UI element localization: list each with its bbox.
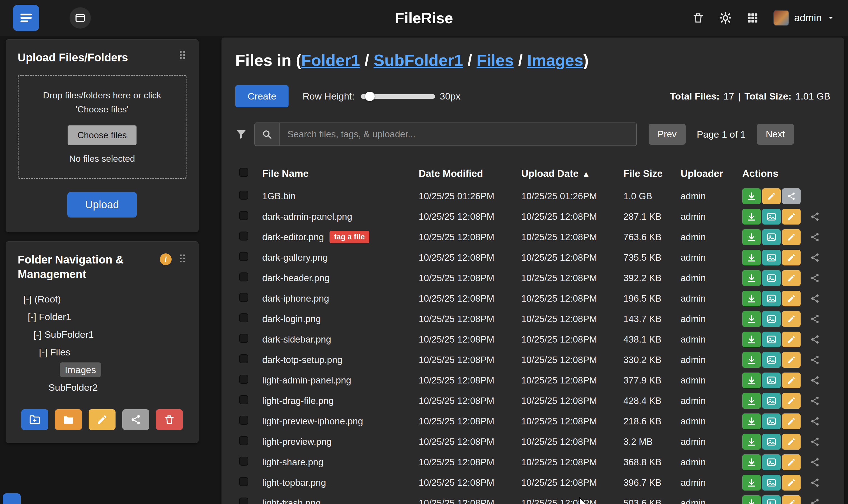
file-name[interactable]: dark-header.png: [262, 273, 330, 283]
row-checkbox[interactable]: [239, 498, 248, 504]
upload-button[interactable]: Upload: [67, 192, 137, 217]
download-button[interactable]: [742, 291, 761, 306]
download-button[interactable]: [742, 229, 761, 245]
preview-button[interactable]: [762, 311, 781, 327]
rename-folder-button[interactable]: [89, 409, 116, 430]
rename-button[interactable]: [782, 373, 801, 388]
row-checkbox[interactable]: [239, 457, 248, 466]
file-name[interactable]: dark-editor.png: [262, 232, 324, 242]
breadcrumb-link[interactable]: SubFolder1: [373, 51, 463, 69]
download-button[interactable]: [742, 331, 761, 347]
column-header-uploader[interactable]: Uploader: [681, 168, 742, 179]
choose-files-button[interactable]: Choose files: [68, 125, 137, 145]
rename-button[interactable]: [782, 454, 801, 470]
download-button[interactable]: [742, 250, 761, 266]
preview-button[interactable]: [762, 373, 781, 388]
row-checkbox[interactable]: [239, 395, 248, 404]
file-name[interactable]: dark-gallery.png: [262, 252, 328, 263]
share-button[interactable]: [807, 352, 823, 368]
tree-item[interactable]: SubFolder2: [18, 379, 187, 396]
row-checkbox[interactable]: [239, 272, 248, 282]
download-button[interactable]: [742, 373, 761, 388]
share-button[interactable]: [807, 454, 823, 470]
preview-button[interactable]: [762, 475, 781, 490]
download-button[interactable]: [742, 495, 761, 504]
row-checkbox[interactable]: [239, 211, 248, 220]
tree-item[interactable]: [-] Folder1: [18, 308, 187, 326]
share-button[interactable]: [807, 495, 823, 504]
download-button[interactable]: [742, 475, 761, 490]
row-height-slider[interactable]: [360, 94, 435, 99]
tree-item[interactable]: [-] SubFolder1: [18, 326, 187, 343]
download-button[interactable]: [742, 393, 761, 409]
preview-button[interactable]: [762, 291, 781, 306]
tree-item[interactable]: Images: [18, 361, 187, 379]
row-checkbox[interactable]: [239, 354, 248, 363]
rename-button[interactable]: [782, 250, 801, 266]
rename-button[interactable]: [782, 434, 801, 450]
rename-button[interactable]: [782, 495, 801, 504]
rename-button[interactable]: [782, 393, 801, 409]
row-checkbox[interactable]: [239, 477, 248, 486]
preview-button[interactable]: [762, 393, 781, 409]
drag-handle-icon[interactable]: ⠿: [178, 254, 187, 265]
download-button[interactable]: [742, 270, 761, 286]
column-header-file-size[interactable]: File Size: [623, 168, 681, 179]
file-name[interactable]: 1GB.bin: [262, 191, 296, 201]
share-button[interactable]: [807, 209, 823, 224]
share-button[interactable]: [807, 413, 823, 429]
preview-button[interactable]: [762, 352, 781, 368]
trash-view-button[interactable]: [692, 12, 704, 24]
preview-button[interactable]: [762, 331, 781, 347]
preview-button[interactable]: [762, 495, 781, 504]
download-button[interactable]: [742, 311, 761, 327]
rename-button[interactable]: [782, 311, 801, 327]
info-icon[interactable]: i: [160, 253, 172, 265]
row-checkbox[interactable]: [239, 375, 248, 384]
select-all-checkbox[interactable]: [239, 168, 248, 177]
file-name[interactable]: light-admin-panel.png: [262, 375, 351, 386]
download-button[interactable]: [742, 454, 761, 470]
file-name[interactable]: light-drag-file.png: [262, 396, 334, 406]
drag-handle-icon[interactable]: ⠿: [178, 50, 187, 61]
column-header-date-modified[interactable]: Date Modified: [419, 168, 521, 179]
share-button[interactable]: [807, 250, 823, 266]
rename-button[interactable]: [782, 331, 801, 347]
app-logo-button[interactable]: [13, 5, 39, 31]
share-button[interactable]: [807, 270, 823, 286]
rename-button[interactable]: [782, 413, 801, 429]
preview-button[interactable]: [762, 250, 781, 266]
share-button[interactable]: [807, 434, 823, 450]
search-icon-button[interactable]: [255, 123, 280, 145]
breadcrumb-link[interactable]: Files: [476, 51, 513, 69]
file-name[interactable]: dark-totp-setup.png: [262, 355, 342, 365]
rename-button[interactable]: [782, 352, 801, 368]
share-button[interactable]: [807, 475, 823, 490]
move-folder-button[interactable]: [55, 409, 82, 430]
file-name[interactable]: light-topbar.png: [262, 478, 326, 488]
row-checkbox[interactable]: [239, 436, 248, 445]
breadcrumb-link[interactable]: Folder1: [301, 51, 360, 69]
preview-button[interactable]: [762, 229, 781, 245]
preview-button[interactable]: [762, 434, 781, 450]
tree-item[interactable]: [-] (Root): [18, 290, 187, 308]
row-checkbox[interactable]: [239, 313, 248, 322]
file-name[interactable]: light-preview.png: [262, 436, 332, 447]
file-name[interactable]: dark-login.png: [262, 314, 321, 324]
rename-button[interactable]: [762, 188, 781, 204]
rename-button[interactable]: [782, 209, 801, 224]
upload-dropzone[interactable]: Drop files/folders here or click 'Choose…: [18, 75, 187, 179]
share-button[interactable]: [807, 311, 823, 327]
row-checkbox[interactable]: [239, 191, 248, 200]
rename-button[interactable]: [782, 475, 801, 490]
preview-button[interactable]: [762, 454, 781, 470]
create-button[interactable]: Create: [235, 85, 288, 107]
file-name[interactable]: light-preview-iphone.png: [262, 416, 363, 427]
file-name[interactable]: dark-sidebar.png: [262, 334, 331, 345]
download-button[interactable]: [742, 434, 761, 450]
filter-button[interactable]: [235, 128, 247, 140]
share-button[interactable]: [807, 331, 823, 347]
row-checkbox[interactable]: [239, 334, 248, 343]
download-button[interactable]: [742, 209, 761, 224]
file-name[interactable]: light-trash.png: [262, 498, 321, 504]
